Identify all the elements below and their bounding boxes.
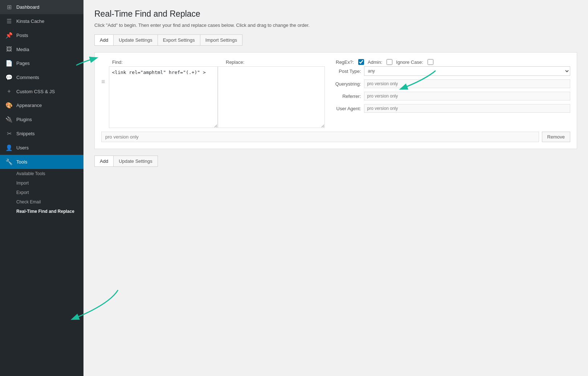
- sidebar: ⊞ Dashboard ☰ Kinsta Cache 📌 Posts 🖼 Med…: [0, 0, 83, 376]
- sidebar-item-pages[interactable]: 📄 Pages: [0, 56, 83, 70]
- page-title: Real-Time Find and Replace: [94, 9, 577, 19]
- page-description: Click "Add" to begin. Then enter your fi…: [94, 22, 577, 28]
- update-settings-button-top[interactable]: Update Settings: [113, 34, 158, 46]
- find-replace-bottom: Remove: [101, 132, 570, 142]
- find-textarea[interactable]: <link rel="amphtml" href="(.+)" >: [109, 66, 218, 128]
- referrer-input[interactable]: [364, 92, 570, 100]
- bottom-pro-input[interactable]: [101, 132, 539, 142]
- post-type-row: Post Type: any: [325, 66, 570, 76]
- custom-css-icon: +: [5, 88, 13, 95]
- sidebar-item-media[interactable]: 🖼 Media: [0, 42, 83, 56]
- comments-icon: 💬: [5, 74, 13, 81]
- add-button-top[interactable]: Add: [94, 34, 114, 46]
- user-agent-input[interactable]: [364, 104, 570, 113]
- sidebar-item-tools[interactable]: 🔧 Tools: [0, 155, 83, 169]
- find-label: Find:: [112, 59, 223, 65]
- find-replace-card: Find: Replace: RegEx?: Admin: Ignore Cas…: [94, 52, 577, 149]
- posts-icon: 📌: [5, 32, 13, 39]
- regex-checkbox[interactable]: [358, 59, 364, 65]
- replace-textarea[interactable]: [218, 66, 325, 128]
- top-toolbar: Add Update Settings Export Settings Impo…: [94, 34, 577, 46]
- media-icon: 🖼: [5, 46, 13, 53]
- remove-button[interactable]: Remove: [542, 132, 570, 142]
- appearance-icon: 🎨: [5, 102, 13, 109]
- post-type-label: Post Type:: [325, 69, 361, 74]
- sidebar-sub-export[interactable]: Export: [0, 188, 83, 197]
- post-type-select[interactable]: any: [364, 66, 570, 76]
- referrer-row: Referrer:: [325, 92, 570, 100]
- drag-handle[interactable]: ≡: [101, 75, 109, 86]
- sidebar-item-snippets[interactable]: ✂ Snippets: [0, 127, 83, 141]
- ignore-case-label: Ignore Case:: [396, 59, 423, 65]
- regex-label: RegEx?:: [336, 59, 354, 65]
- add-button-bottom[interactable]: Add: [94, 156, 114, 167]
- user-agent-row: User Agent:: [325, 104, 570, 113]
- main-content: Real-Time Find and Replace Click "Add" t…: [83, 0, 588, 376]
- sidebar-sub-available-tools[interactable]: Available Tools: [0, 169, 83, 178]
- referrer-label: Referrer:: [325, 94, 361, 99]
- sidebar-sub-realtime-find-replace[interactable]: Real-Time Find and Replace: [0, 207, 83, 216]
- options-panel: Post Type: any Querystring: Referrer:: [325, 66, 570, 114]
- replace-label: Replace:: [226, 59, 333, 65]
- users-icon: 👤: [5, 144, 13, 151]
- ignore-case-checkbox[interactable]: [428, 59, 433, 65]
- querystring-label: Querystring:: [325, 81, 361, 87]
- sidebar-item-appearance[interactable]: 🎨 Appearance: [0, 98, 83, 112]
- sidebar-sub-import[interactable]: Import: [0, 178, 83, 188]
- querystring-input[interactable]: [364, 79, 570, 88]
- sidebar-item-posts[interactable]: 📌 Posts: [0, 28, 83, 42]
- pages-icon: 📄: [5, 60, 13, 67]
- sidebar-sub-check-email[interactable]: Check Email: [0, 197, 83, 207]
- sidebar-item-comments[interactable]: 💬 Comments: [0, 70, 83, 84]
- querystring-row: Querystring:: [325, 79, 570, 88]
- sidebar-item-dashboard[interactable]: ⊞ Dashboard: [0, 0, 83, 14]
- admin-label: Admin:: [368, 59, 382, 65]
- import-settings-button[interactable]: Import Settings: [200, 34, 242, 46]
- find-replace-row: ≡ <link rel="amphtml" href="(.+)" > Post…: [101, 66, 570, 128]
- sidebar-item-users[interactable]: 👤 Users: [0, 141, 83, 155]
- user-agent-label: User Agent:: [325, 106, 361, 111]
- dashboard-icon: ⊞: [5, 4, 13, 11]
- sidebar-item-kinsta-cache[interactable]: ☰ Kinsta Cache: [0, 14, 83, 28]
- update-settings-button-bottom[interactable]: Update Settings: [113, 156, 158, 167]
- bottom-toolbar: Add Update Settings: [94, 156, 577, 167]
- sidebar-item-plugins[interactable]: 🔌 Plugins: [0, 112, 83, 127]
- export-settings-button[interactable]: Export Settings: [158, 34, 200, 46]
- sidebar-item-custom-css-js[interactable]: + Custom CSS & JS: [0, 84, 83, 98]
- tools-icon: 🔧: [5, 158, 13, 165]
- snippets-icon: ✂: [5, 130, 13, 137]
- plugins-icon: 🔌: [5, 116, 13, 123]
- kinsta-icon: ☰: [5, 18, 13, 25]
- admin-checkbox[interactable]: [387, 59, 392, 65]
